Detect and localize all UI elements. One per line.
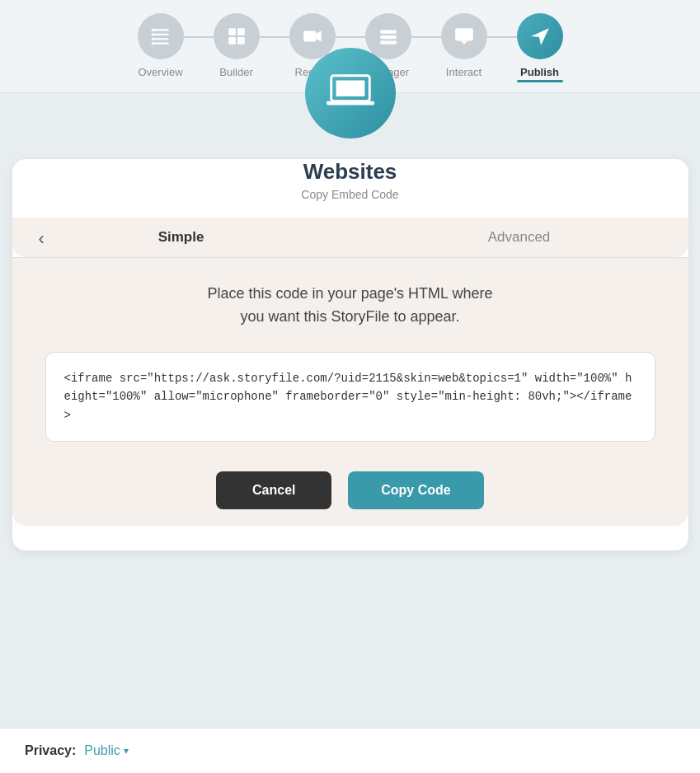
svg-rect-9: [237, 28, 245, 35]
publish-icon: [529, 26, 551, 47]
nav-step-builder[interactable]: Builder: [199, 13, 275, 88]
tabs-row: Simple Advanced: [12, 218, 688, 258]
svg-point-7: [151, 42, 153, 45]
privacy-value-text: Public: [84, 743, 120, 758]
svg-rect-14: [380, 30, 397, 33]
instruction-text: Place this code in your page's HTML wher…: [45, 283, 655, 329]
manager-icon: [378, 26, 399, 47]
interact-label: Interact: [446, 66, 482, 78]
nav-step-overview[interactable]: Overview: [123, 13, 199, 88]
overview-icon: [150, 26, 171, 47]
svg-marker-19: [531, 28, 549, 45]
svg-rect-8: [228, 28, 236, 35]
svg-point-4: [151, 29, 153, 31]
interact-icon-circle: [441, 13, 487, 59]
card-subtitle: Copy Embed Code: [12, 188, 688, 201]
privacy-select[interactable]: Public ▾: [84, 743, 129, 758]
record-icon: [302, 26, 323, 47]
svg-marker-13: [316, 31, 322, 42]
svg-rect-0: [153, 29, 169, 30]
svg-rect-21: [336, 81, 364, 96]
svg-point-5: [151, 33, 153, 35]
builder-icon-circle: [214, 13, 260, 59]
svg-rect-12: [303, 31, 316, 42]
overview-label: Overview: [138, 66, 182, 78]
svg-rect-1: [153, 34, 169, 35]
nav-step-publish[interactable]: Publish: [502, 13, 578, 92]
card-title: Websites: [12, 159, 688, 185]
main-card: ‹ Websites Copy Embed Code Simple Advanc…: [12, 159, 688, 550]
svg-rect-11: [237, 37, 245, 45]
svg-point-6: [151, 38, 153, 40]
manager-icon-circle: [365, 13, 411, 59]
svg-rect-17: [455, 28, 473, 40]
publish-label: Publish: [520, 66, 559, 78]
svg-rect-2: [153, 38, 169, 40]
overview-icon-circle: [138, 13, 184, 59]
svg-rect-10: [228, 37, 236, 45]
builder-icon: [226, 26, 247, 47]
nav-step-interact[interactable]: Interact: [426, 13, 502, 88]
privacy-label: Privacy:: [25, 743, 76, 758]
card-header: Websites Copy Embed Code: [12, 159, 688, 218]
interact-icon: [453, 26, 475, 47]
svg-rect-15: [380, 35, 397, 39]
svg-rect-3: [153, 43, 169, 45]
buttons-row: Cancel Copy Code: [45, 471, 655, 509]
publish-icon-circle: [517, 13, 563, 59]
record-icon-circle: [289, 13, 336, 59]
svg-marker-18: [460, 40, 467, 44]
chevron-down-icon: ▾: [124, 745, 129, 757]
svg-rect-23: [342, 101, 358, 103]
copy-code-button[interactable]: Copy Code: [348, 471, 483, 509]
embed-code-box[interactable]: <iframe src="https://ask.storyfile.com/?…: [45, 352, 655, 442]
main-content: ‹ Websites Copy Embed Code Simple Advanc…: [0, 93, 700, 728]
cancel-button[interactable]: Cancel: [216, 471, 331, 509]
publish-underline: [517, 80, 563, 82]
tab-simple[interactable]: Simple: [12, 218, 350, 257]
builder-label: Builder: [219, 66, 252, 78]
footer-bar: Privacy: Public ▾: [0, 728, 700, 773]
tab-advanced[interactable]: Advanced: [350, 218, 688, 257]
laptop-icon: [325, 68, 376, 119]
tab-content-simple: Place this code in your page's HTML wher…: [12, 258, 688, 526]
svg-rect-16: [380, 40, 397, 44]
website-icon-circle: [305, 48, 396, 138]
back-button[interactable]: ‹: [32, 225, 51, 253]
